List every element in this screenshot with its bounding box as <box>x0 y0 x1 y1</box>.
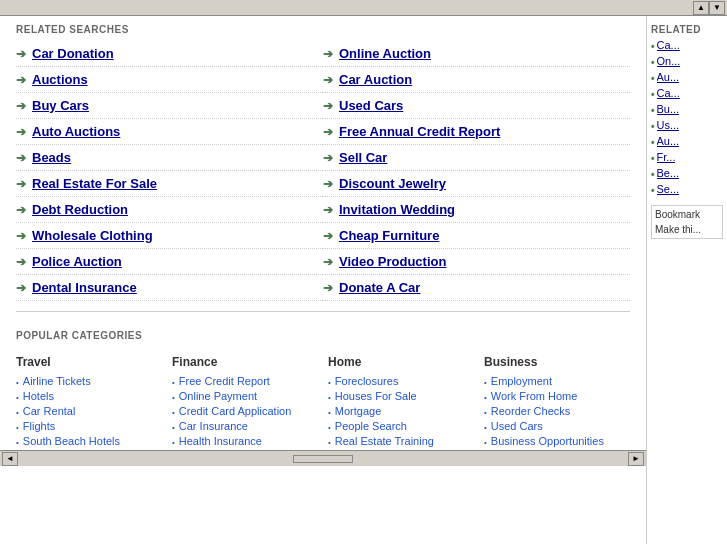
sidebar-link-8[interactable]: Fr... <box>657 151 676 163</box>
sidebar-bullet-icon: • <box>651 73 655 84</box>
list-item: ➔ Wholesale Clothing <box>16 223 323 249</box>
cat-link-credit-card-app[interactable]: Credit Card Application <box>179 405 292 417</box>
search-link-beads[interactable]: Beads <box>32 150 71 165</box>
scroll-track-area <box>18 455 628 463</box>
bullet-icon: • <box>484 408 487 417</box>
sidebar-link-3[interactable]: Au... <box>657 71 680 83</box>
bookmark-text-2: Make thi... <box>655 224 719 235</box>
search-link-police-auction[interactable]: Police Auction <box>32 254 122 269</box>
bullet-icon: • <box>16 408 19 417</box>
cat-link-mortgage[interactable]: Mortgage <box>335 405 381 417</box>
search-link-debt-reduction[interactable]: Debt Reduction <box>32 202 128 217</box>
scroll-down-btn[interactable]: ▼ <box>709 1 725 15</box>
cat-link-used-cars-biz[interactable]: Used Cars <box>491 420 543 432</box>
section-divider <box>16 311 630 312</box>
search-link-discount-jewelry[interactable]: Discount Jewelry <box>339 176 446 191</box>
bullet-icon: • <box>328 438 331 447</box>
search-link-credit-report[interactable]: Free Annual Credit Report <box>339 124 500 139</box>
list-item: ➔ Video Production <box>323 249 630 275</box>
search-link-buy-cars[interactable]: Buy Cars <box>32 98 89 113</box>
searches-left-col: ➔ Car Donation ➔ Auctions ➔ Buy Cars ➔ A… <box>16 41 323 301</box>
sidebar-link-7[interactable]: Au... <box>657 135 680 147</box>
cat-link-car-rental[interactable]: Car Rental <box>23 405 76 417</box>
cat-link-biz-opportunities[interactable]: Business Opportunities <box>491 435 604 447</box>
top-scrollbar: ▲ ▼ <box>0 0 727 16</box>
search-link-invitation-wedding[interactable]: Invitation Wedding <box>339 202 455 217</box>
sidebar-item: • On... <box>651 55 723 69</box>
scroll-right-btn[interactable]: ► <box>628 452 644 466</box>
search-link-car-auction[interactable]: Car Auction <box>339 72 412 87</box>
bullet-icon: • <box>484 423 487 432</box>
category-home: Home •Foreclosures •Houses For Sale •Mor… <box>328 355 474 450</box>
category-home-heading: Home <box>328 355 474 369</box>
cat-link-reorder-checks[interactable]: Reorder Checks <box>491 405 570 417</box>
search-link-auctions[interactable]: Auctions <box>32 72 88 87</box>
list-item: ➔ Buy Cars <box>16 93 323 119</box>
cat-link-hotels[interactable]: Hotels <box>23 390 54 402</box>
cat-link-health-insurance[interactable]: Health Insurance <box>179 435 262 447</box>
list-item: •Flights <box>16 420 162 432</box>
sidebar-link-5[interactable]: Bu... <box>657 103 680 115</box>
arrow-icon: ➔ <box>323 177 333 191</box>
search-link-used-cars[interactable]: Used Cars <box>339 98 403 113</box>
sidebar-link-9[interactable]: Be... <box>657 167 680 179</box>
sidebar-link-1[interactable]: Ca... <box>657 39 680 51</box>
cat-link-houses-for-sale[interactable]: Houses For Sale <box>335 390 417 402</box>
sidebar-bullet-icon: • <box>651 89 655 100</box>
bullet-icon: • <box>172 393 175 402</box>
cat-link-real-estate-training[interactable]: Real Estate Training <box>335 435 434 447</box>
cat-link-people-search[interactable]: People Search <box>335 420 407 432</box>
category-finance-heading: Finance <box>172 355 318 369</box>
searches-grid: ➔ Car Donation ➔ Auctions ➔ Buy Cars ➔ A… <box>16 41 630 301</box>
search-link-donate-car[interactable]: Donate A Car <box>339 280 420 295</box>
cat-link-work-from-home[interactable]: Work From Home <box>491 390 578 402</box>
list-item: ➔ Discount Jewelry <box>323 171 630 197</box>
search-link-auto-auctions[interactable]: Auto Auctions <box>32 124 120 139</box>
arrow-icon: ➔ <box>323 255 333 269</box>
cat-link-flights[interactable]: Flights <box>23 420 55 432</box>
cat-link-foreclosures[interactable]: Foreclosures <box>335 375 399 387</box>
list-item: •Credit Card Application <box>172 405 318 417</box>
cat-link-employment[interactable]: Employment <box>491 375 552 387</box>
scroll-up-btn[interactable]: ▲ <box>693 1 709 15</box>
scroll-left-btn[interactable]: ◄ <box>2 452 18 466</box>
cat-link-south-beach[interactable]: South Beach Hotels <box>23 435 120 447</box>
arrow-icon: ➔ <box>323 99 333 113</box>
bookmark-text-1: Bookmark <box>655 209 700 220</box>
search-link-dental[interactable]: Dental Insurance <box>32 280 137 295</box>
list-item: ➔ Auto Auctions <box>16 119 323 145</box>
cat-link-car-insurance[interactable]: Car Insurance <box>179 420 248 432</box>
search-link-cheap-furniture[interactable]: Cheap Furniture <box>339 228 439 243</box>
scroll-track[interactable] <box>293 455 353 463</box>
cat-link-online-payment[interactable]: Online Payment <box>179 390 257 402</box>
sidebar-bullet-icon: • <box>651 169 655 180</box>
bullet-icon: • <box>172 408 175 417</box>
arrow-icon: ➔ <box>16 73 26 87</box>
sidebar-link-4[interactable]: Ca... <box>657 87 680 99</box>
bookmark-box: Bookmark Make thi... <box>651 205 723 239</box>
sidebar-item: • Us... <box>651 119 723 133</box>
bullet-icon: • <box>16 378 19 387</box>
list-item: •South Beach Hotels <box>16 435 162 447</box>
cat-link-airline-tickets[interactable]: Airline Tickets <box>23 375 91 387</box>
bullet-icon: • <box>16 438 19 447</box>
list-item: •Real Estate Training <box>328 435 474 447</box>
cat-link-free-credit[interactable]: Free Credit Report <box>179 375 270 387</box>
arrow-icon: ➔ <box>16 99 26 113</box>
sidebar-item: • Se... <box>651 183 723 197</box>
search-link-car-donation[interactable]: Car Donation <box>32 46 114 61</box>
list-item: ➔ Dental Insurance <box>16 275 323 301</box>
sidebar-link-10[interactable]: Se... <box>657 183 680 195</box>
list-item: •Work From Home <box>484 390 630 402</box>
related-searches-section: ➔ Car Donation ➔ Auctions ➔ Buy Cars ➔ A… <box>0 41 646 301</box>
sidebar-link-6[interactable]: Us... <box>657 119 680 131</box>
search-link-wholesale[interactable]: Wholesale Clothing <box>32 228 153 243</box>
sidebar-link-2[interactable]: On... <box>657 55 681 67</box>
list-item: ➔ Sell Car <box>323 145 630 171</box>
search-link-real-estate[interactable]: Real Estate For Sale <box>32 176 157 191</box>
sidebar-bullet-icon: • <box>651 153 655 164</box>
category-business-list: •Employment •Work From Home •Reorder Che… <box>484 375 630 447</box>
search-link-online-auction[interactable]: Online Auction <box>339 46 431 61</box>
search-link-sell-car[interactable]: Sell Car <box>339 150 387 165</box>
search-link-video-production[interactable]: Video Production <box>339 254 446 269</box>
